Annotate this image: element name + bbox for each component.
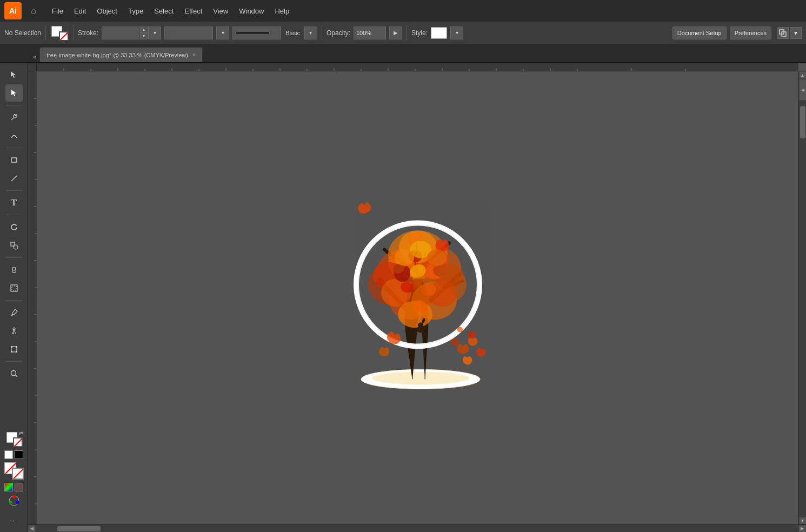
artboard-tool-btn[interactable] xyxy=(5,280,23,297)
canvas-viewport[interactable] xyxy=(37,71,798,524)
style-swatch[interactable] xyxy=(431,27,447,39)
stroke-dropdown-btn[interactable]: ▾ xyxy=(304,26,317,39)
active-stroke xyxy=(12,468,24,480)
scroll-track[interactable] xyxy=(799,101,807,517)
svg-point-66 xyxy=(372,371,469,384)
puppet-warp-btn[interactable] xyxy=(5,322,23,340)
svg-line-18 xyxy=(15,375,17,377)
shape-builder-btn[interactable] xyxy=(5,237,23,254)
fill-stroke-selector[interactable] xyxy=(50,25,69,41)
scroll-left-btn[interactable]: ◀ xyxy=(28,525,36,533)
canvas-row: ▲ ◀ ▼ xyxy=(28,71,806,524)
no-color-btn[interactable] xyxy=(15,483,23,491)
divider-3 xyxy=(322,25,322,41)
tool-divider-5 xyxy=(6,257,22,258)
svg-rect-14 xyxy=(16,346,17,348)
menu-help[interactable]: Help xyxy=(270,5,294,17)
tab-close-btn[interactable]: × xyxy=(192,52,196,58)
svg-point-92 xyxy=(427,249,447,265)
color-picker-btn[interactable] xyxy=(8,495,20,508)
arrange-icon[interactable] xyxy=(777,27,789,39)
tree-artwork xyxy=(326,184,510,401)
scroll-collapse-btn[interactable]: ◀ xyxy=(799,79,807,101)
vertical-scrollbar[interactable]: ▲ ◀ ▼ xyxy=(798,71,806,524)
document-setup-btn[interactable]: Document Setup xyxy=(672,26,727,39)
svg-line-4 xyxy=(11,176,17,181)
direct-selection-tool-btn[interactable] xyxy=(5,84,23,102)
svg-rect-9 xyxy=(12,286,16,290)
menu-file[interactable]: File xyxy=(48,5,68,17)
rotate-tool-btn[interactable] xyxy=(5,218,23,236)
stroke-up-btn[interactable]: ▲ xyxy=(140,26,148,33)
menu-edit[interactable]: Edit xyxy=(70,5,90,17)
zoom-tool-btn[interactable] xyxy=(5,365,23,382)
arrange-down-icon[interactable]: ▾ xyxy=(790,27,802,39)
doc-tab-label: tree-image-white-bg.jpg* @ 33.33 % (CMYK… xyxy=(46,52,188,58)
line-tool-btn[interactable] xyxy=(5,170,23,187)
menu-window[interactable]: Window xyxy=(235,5,268,17)
stroke-weight-input[interactable] xyxy=(102,26,139,39)
canvas-area: ▲ ◀ ▼ ◀ ▶ xyxy=(28,63,806,532)
h-scroll-thumb[interactable] xyxy=(57,526,101,531)
blob-brush-btn[interactable] xyxy=(5,261,23,278)
h-scroll-track[interactable] xyxy=(36,525,798,533)
black-swatch xyxy=(15,450,23,459)
stroke-line-display[interactable] xyxy=(232,26,281,39)
arrange-buttons: ▾ xyxy=(777,27,802,39)
opacity-input[interactable]: 100% xyxy=(354,26,386,39)
tool-divider-1 xyxy=(6,105,22,105)
home-icon[interactable]: ⌂ xyxy=(26,3,41,18)
selection-tool-btn[interactable] xyxy=(5,66,23,83)
free-transform-btn[interactable] xyxy=(5,341,23,358)
svg-point-95 xyxy=(468,331,476,338)
tab-scroll-left[interactable]: « xyxy=(30,51,39,62)
tool-divider-2 xyxy=(6,148,22,148)
divider-1 xyxy=(45,25,46,41)
document-tab[interactable]: tree-image-white-bg.jpg* @ 33.33 % (CMYK… xyxy=(39,47,203,62)
white-swatch xyxy=(4,450,13,459)
menu-object[interactable]: Object xyxy=(92,5,122,17)
preferences-btn[interactable]: Preferences xyxy=(730,26,771,39)
ruler-row xyxy=(28,63,806,71)
tool-divider-6 xyxy=(6,300,22,301)
svg-point-20 xyxy=(12,495,16,498)
rectangle-tool-btn[interactable] xyxy=(5,151,23,169)
scroll-up-btn[interactable]: ▲ xyxy=(799,71,807,79)
horizontal-scrollbar[interactable]: ◀ ▶ xyxy=(28,524,806,532)
menu-select[interactable]: Select xyxy=(150,5,178,17)
curvature-tool-btn[interactable] xyxy=(5,127,23,144)
stroke-line-icon xyxy=(236,32,269,34)
main-layout: T xyxy=(0,63,806,532)
stroke-down-btn[interactable]: ▼ xyxy=(140,33,148,39)
ruler-corner xyxy=(28,63,37,71)
menu-view[interactable]: View xyxy=(209,5,232,17)
text-tool-btn[interactable]: T xyxy=(5,194,23,211)
swap-icon: ⇄ xyxy=(19,430,24,436)
stroke-options-btn[interactable]: ▾ xyxy=(148,26,161,39)
stroke-color[interactable] xyxy=(59,31,69,41)
color-reset-btn[interactable] xyxy=(4,450,23,459)
style-dropdown-btn[interactable]: ▾ xyxy=(450,26,463,39)
menu-type[interactable]: Type xyxy=(124,5,148,17)
fill-stroke-swap[interactable]: ⇄ xyxy=(4,431,24,448)
svg-point-22 xyxy=(9,501,12,504)
tab-bar: « tree-image-white-bg.jpg* @ 33.33 % (CM… xyxy=(0,44,806,63)
eyedropper-btn[interactable] xyxy=(5,304,23,321)
opacity-expand-btn[interactable]: ▶ xyxy=(389,26,402,39)
stroke-style-input[interactable] xyxy=(164,26,213,39)
options-toolbar: No Selection Stroke: ▲ ▼ ▾ ▾ Basic ▾ Opa… xyxy=(0,22,806,44)
scroll-down-btn[interactable]: ▼ xyxy=(799,517,807,524)
svg-point-11 xyxy=(13,328,15,330)
active-color-indicator[interactable] xyxy=(4,462,24,480)
opacity-label: Opacity: xyxy=(327,29,350,37)
scroll-thumb[interactable] xyxy=(800,106,805,138)
menu-effect[interactable]: Effect xyxy=(180,5,207,17)
scroll-right-btn[interactable]: ▶ xyxy=(798,525,806,533)
more-tools-btn[interactable]: ··· xyxy=(5,511,23,529)
pen-tool-btn[interactable] xyxy=(5,109,23,126)
no-selection-label: No Selection xyxy=(4,29,41,37)
left-toolbar: T xyxy=(0,63,28,532)
color-mode-btn[interactable] xyxy=(4,483,13,491)
svg-rect-13 xyxy=(11,346,12,348)
stroke-style-options-btn[interactable]: ▾ xyxy=(216,26,229,39)
